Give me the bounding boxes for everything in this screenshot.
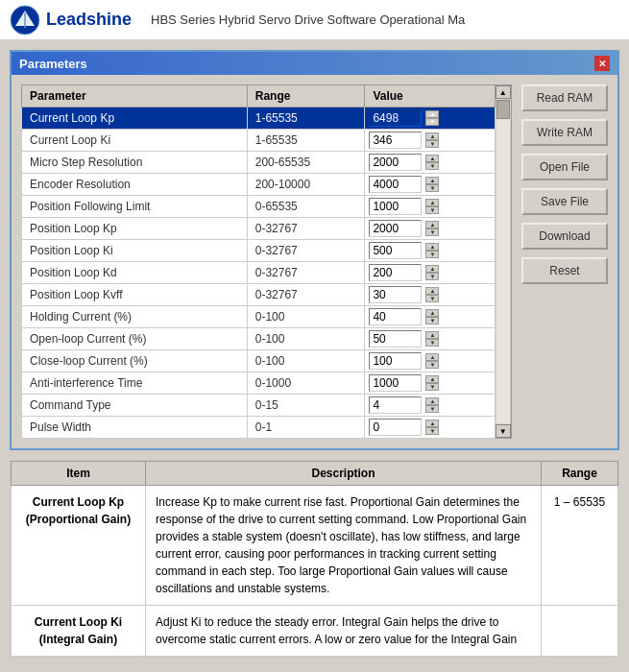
value-input-field[interactable]	[369, 352, 422, 370]
spin-down-btn[interactable]: ▼	[425, 140, 439, 148]
value-input-container: ▲▼	[369, 419, 490, 436]
table-scrollbar[interactable]: ▲ ▼	[496, 84, 512, 439]
spin-down-btn[interactable]: ▼	[425, 383, 439, 391]
spin-down-btn[interactable]: ▼	[425, 162, 439, 170]
value-input-field[interactable]	[369, 308, 422, 325]
value-input-field[interactable]	[369, 132, 422, 149]
save-file-button[interactable]: Save File	[521, 188, 608, 215]
value-input-field[interactable]	[369, 198, 422, 215]
value-input-field[interactable]	[369, 176, 422, 193]
desc-header-row: Item Description Range	[12, 462, 618, 486]
write-ram-button[interactable]: Write RAM	[521, 119, 608, 146]
col-parameter: Parameter	[22, 85, 248, 108]
spin-up-btn[interactable]: ▲	[425, 243, 439, 251]
scroll-up-arrow[interactable]: ▲	[496, 85, 511, 99]
param-value-cell[interactable]: ▲▼	[365, 152, 495, 174]
spin-down-btn[interactable]: ▼	[425, 118, 439, 126]
param-value-cell[interactable]: ▲▼	[365, 240, 495, 262]
scroll-track	[496, 100, 510, 423]
value-input-field[interactable]	[369, 109, 422, 127]
spin-up-btn[interactable]: ▲	[425, 353, 439, 361]
spin-box: ▲▼	[425, 199, 439, 214]
close-button[interactable]: ✕	[594, 56, 610, 71]
param-value-cell[interactable]: ▲▼	[365, 328, 495, 350]
spin-box: ▲▼	[425, 353, 439, 369]
header: Leadshine HBS Series Hybrid Servo Drive …	[0, 0, 629, 40]
spin-up-btn[interactable]: ▲	[425, 265, 439, 273]
spin-up-btn[interactable]: ▲	[425, 199, 439, 206]
spin-up-btn[interactable]: ▲	[425, 177, 439, 184]
spin-down-btn[interactable]: ▼	[425, 405, 439, 413]
download-button[interactable]: Download	[521, 223, 608, 250]
spin-up-btn[interactable]: ▲	[425, 331, 439, 339]
table-row: Position Loop Kvff0-32767▲▼	[22, 284, 496, 306]
reset-button[interactable]: Reset	[521, 257, 608, 284]
spin-down-btn[interactable]: ▼	[425, 361, 439, 369]
table-row: Open-loop Current (%)0-100▲▼	[22, 328, 496, 350]
spin-down-btn[interactable]: ▼	[425, 184, 439, 192]
spin-down-btn[interactable]: ▼	[425, 339, 439, 347]
spin-box: ▲▼	[425, 132, 439, 148]
spin-down-btn[interactable]: ▼	[425, 251, 439, 258]
spin-down-btn[interactable]: ▼	[425, 317, 439, 324]
desc-item-cell: Current Loop Ki (Integral Gain)	[12, 606, 146, 657]
spin-box: ▲▼	[425, 177, 439, 192]
param-value-cell[interactable]: ▲▼	[365, 108, 495, 130]
value-input-field[interactable]	[369, 374, 422, 392]
value-input-field[interactable]	[369, 286, 422, 303]
spin-up-btn[interactable]: ▲	[425, 375, 439, 383]
spin-down-btn[interactable]: ▼	[425, 295, 439, 302]
param-value-cell[interactable]: ▲▼	[365, 306, 495, 328]
desc-range-cell	[542, 606, 618, 657]
params-title: Parameters	[19, 57, 87, 71]
param-value-cell[interactable]: ▲▼	[365, 284, 495, 306]
spin-up-btn[interactable]: ▲	[425, 155, 439, 162]
desc-item-cell: Current Loop Kp (Proportional Gain)	[12, 486, 146, 606]
value-input-field[interactable]	[369, 242, 422, 259]
value-input-field[interactable]	[369, 264, 422, 281]
spin-box: ▲▼	[425, 265, 439, 280]
param-value-cell[interactable]: ▲▼	[365, 218, 495, 240]
spin-up-btn[interactable]: ▲	[425, 221, 439, 228]
value-input-container: ▲▼	[369, 220, 490, 237]
spin-box: ▲▼	[425, 155, 439, 170]
param-name-cell: Position Following Limit	[22, 196, 248, 218]
spin-box: ▲▼	[425, 309, 439, 324]
spin-up-btn[interactable]: ▲	[425, 132, 439, 140]
spin-down-btn[interactable]: ▼	[425, 228, 439, 236]
read-ram-button[interactable]: Read RAM	[521, 84, 608, 111]
param-range-cell: 0-100	[247, 350, 365, 372]
spin-box: ▲▼	[425, 287, 439, 302]
param-value-cell[interactable]: ▲▼	[365, 262, 495, 284]
param-value-cell[interactable]: ▲▼	[365, 417, 495, 439]
value-input-field[interactable]	[369, 154, 422, 171]
param-range-cell: 0-32767	[247, 284, 365, 306]
param-value-cell[interactable]: ▲▼	[365, 130, 495, 152]
param-value-cell[interactable]: ▲▼	[365, 350, 495, 372]
spin-up-btn[interactable]: ▲	[425, 287, 439, 295]
value-input-container: ▲▼	[369, 352, 490, 370]
param-value-cell[interactable]: ▲▼	[365, 196, 495, 218]
spin-down-btn[interactable]: ▼	[425, 273, 439, 280]
spin-up-btn[interactable]: ▲	[425, 110, 439, 118]
table-row: Current Loop Kp1-65535▲▼	[22, 108, 496, 130]
open-file-button[interactable]: Open File	[521, 154, 608, 180]
spin-up-btn[interactable]: ▲	[425, 397, 439, 405]
param-range-cell: 0-100	[247, 328, 365, 350]
scroll-down-arrow[interactable]: ▼	[496, 424, 511, 438]
spin-up-btn[interactable]: ▲	[425, 309, 439, 317]
param-name-cell: Current Loop Ki	[22, 130, 248, 152]
scroll-thumb[interactable]	[496, 100, 510, 119]
spin-down-btn[interactable]: ▼	[425, 427, 439, 435]
value-input-field[interactable]	[369, 330, 422, 348]
param-value-cell[interactable]: ▲▼	[365, 372, 495, 395]
value-input-field[interactable]	[369, 220, 422, 237]
params-content: Parameter Range Value Current Loop Kp1-6…	[12, 75, 617, 448]
value-input-field[interactable]	[369, 396, 422, 414]
spin-up-btn[interactable]: ▲	[425, 420, 439, 427]
value-input-container: ▲▼	[369, 198, 490, 215]
spin-down-btn[interactable]: ▼	[425, 206, 439, 214]
param-value-cell[interactable]: ▲▼	[365, 174, 495, 196]
param-value-cell[interactable]: ▲▼	[365, 395, 495, 417]
value-input-field[interactable]	[369, 419, 422, 436]
